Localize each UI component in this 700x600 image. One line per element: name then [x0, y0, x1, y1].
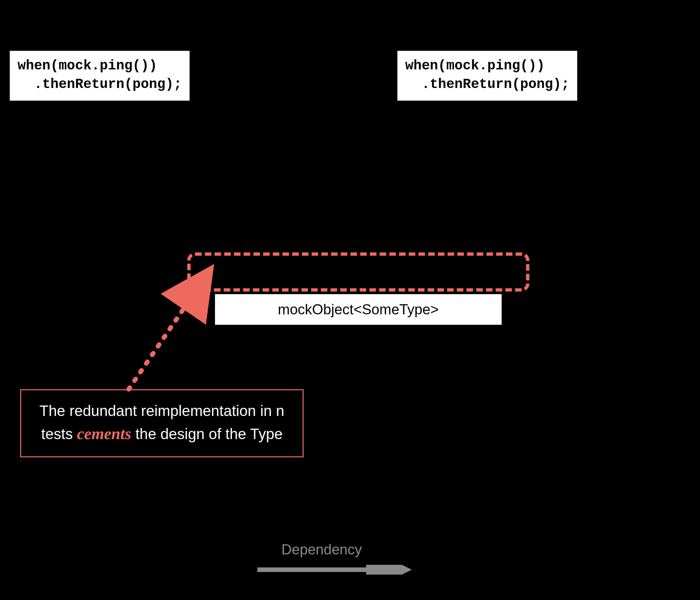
legend-dependency-arrow	[257, 565, 414, 575]
svg-line-0	[129, 286, 199, 389]
legend-dependency-label: Dependency	[281, 541, 362, 558]
annotation-arrow	[0, 0, 700, 600]
